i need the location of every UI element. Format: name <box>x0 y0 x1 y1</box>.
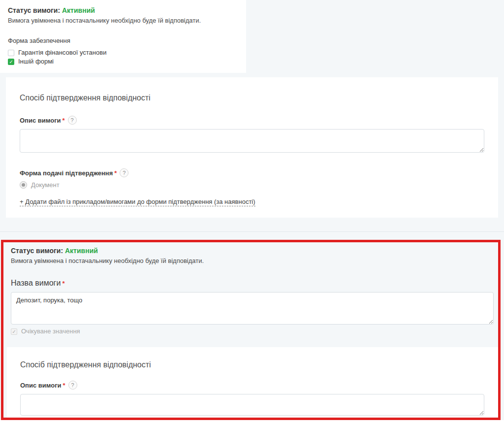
required-asterisk: * <box>114 169 117 177</box>
help-icon[interactable]: ? <box>120 168 128 177</box>
description-label: Опис вимоги <box>20 382 62 389</box>
status-line: Статус вимоги: Активний <box>8 6 496 15</box>
checkbox-unchecked-icon[interactable] <box>8 50 14 56</box>
submission-form-label: Форма подачі підтвердження <box>20 169 113 177</box>
card-title: Спосіб підтвердження відповідності <box>20 93 484 102</box>
checkbox-guarantee[interactable]: Гарантія фінансової установи <box>8 49 496 57</box>
highlighted-requirement-block: Статус вимоги: Активний Вимога увімкнена… <box>1 240 501 420</box>
status-line: Статус вимоги: Активний <box>11 246 494 255</box>
description-label: Опис вимоги <box>20 117 61 124</box>
add-file-link[interactable]: + Додати файл із прикладом/вимогами до ф… <box>20 198 255 206</box>
card-title: Спосіб підтвердження відповідності <box>20 360 484 369</box>
confirmation-method-card-1: Спосіб підтвердження відповідності Опис … <box>6 77 498 218</box>
help-icon[interactable]: ? <box>68 116 77 125</box>
status-description: Вимога увімкнена і постачальнику необхід… <box>8 17 496 25</box>
status-label: Статус вимоги: <box>8 6 60 14</box>
required-asterisk: * <box>63 382 65 389</box>
radio-document-label: Документ <box>31 181 60 189</box>
requirement-name-label: Назва вимоги <box>11 279 61 288</box>
radio-document-row: Документ <box>20 180 484 189</box>
checkbox-checked-icon[interactable] <box>8 59 14 65</box>
requirement-block-1: Статус вимоги: Активний Вимога увімкнена… <box>0 0 504 65</box>
radio-selected-disabled-icon <box>20 181 27 189</box>
section-divider <box>0 231 504 232</box>
status-label: Статус вимоги: <box>11 247 63 255</box>
description-textarea[interactable] <box>20 394 484 416</box>
expected-value-row: Очікуване значення <box>11 327 494 335</box>
checkbox-other-form-label: Іншій формі <box>18 58 54 65</box>
status-value: Активний <box>65 247 98 255</box>
help-icon[interactable]: ? <box>68 381 77 390</box>
status-value: Активний <box>62 6 95 14</box>
required-asterisk: * <box>63 117 65 124</box>
security-form-label: Форма забезпечення <box>8 37 496 45</box>
status-description: Вимога увімкнена і постачальнику необхід… <box>11 257 494 265</box>
confirmation-method-card-2: Спосіб підтвердження відповідності Опис … <box>7 347 498 420</box>
checkbox-guarantee-label: Гарантія фінансової установи <box>18 49 106 57</box>
expected-value-label: Очікуване значення <box>21 327 80 335</box>
description-textarea[interactable] <box>20 129 484 153</box>
checkbox-other-form[interactable]: Іншій формі <box>8 58 496 65</box>
required-asterisk: * <box>62 280 64 287</box>
security-form-options: Гарантія фінансової установи Іншій формі <box>8 49 496 65</box>
requirement-name-textarea[interactable]: Депозит, порука, тощо <box>11 292 494 325</box>
bottom-strip <box>0 420 504 423</box>
checkbox-checked-disabled-icon <box>11 328 17 335</box>
